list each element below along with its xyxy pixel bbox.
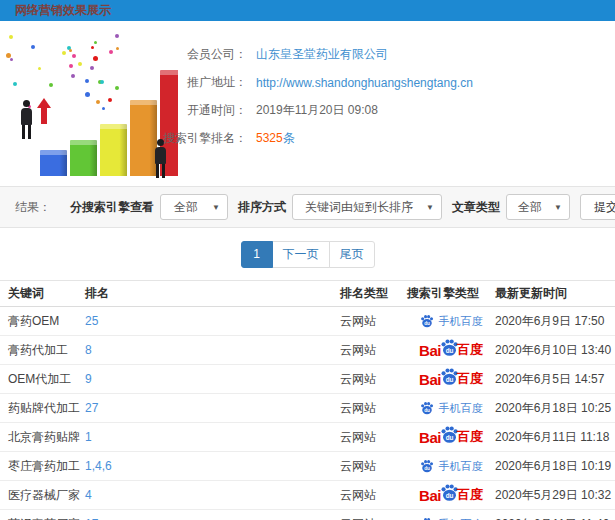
engine-select[interactable]: 全部 ▼ bbox=[160, 194, 228, 220]
table-row: OEM代加工 9 云网站 Bai du 百度 2020年6月5日 14:57 bbox=[0, 365, 615, 394]
baidu-logo-word: 百度 bbox=[457, 341, 483, 359]
table-row: 膏药OEM 25 云网站 du 手机百度 2020年6月9日 17:50 bbox=[0, 307, 615, 336]
updated-cell: 2020年6月10日 13:40 bbox=[495, 342, 615, 359]
column-header: 关键词 bbox=[8, 285, 85, 302]
column-header: 搜索引擎类型 bbox=[407, 285, 495, 302]
rank-cell: 27 bbox=[85, 401, 340, 415]
result-label: 结果： bbox=[15, 199, 51, 216]
svg-text:du: du bbox=[424, 408, 430, 413]
mobile-baidu-label: 手机百度 bbox=[439, 517, 483, 520]
article-type-select[interactable]: 全部 ▼ bbox=[506, 194, 570, 220]
rank-cell: 1,4,6 bbox=[85, 459, 340, 473]
keyword-cell: 北京膏药贴牌 bbox=[8, 429, 85, 446]
keyword-cell: 枣庄膏药加工 bbox=[8, 458, 85, 475]
page-button[interactable]: 下一页 bbox=[272, 241, 330, 268]
info-field-value: 5325条 bbox=[256, 130, 295, 147]
keyword-cell: OEM代加工 bbox=[8, 371, 85, 388]
updated-cell: 2020年6月18日 10:25 bbox=[495, 400, 615, 417]
keyword-cell: 膏药代加工 bbox=[8, 342, 85, 359]
rank-link[interactable]: 1,4,6 bbox=[85, 459, 112, 473]
svg-text:du: du bbox=[424, 466, 430, 471]
table-row: 菏泽膏药厂家 17 云网站 du 手机百度 2020年6月11日 11:40 bbox=[0, 510, 615, 520]
info-field-value: 2019年11月20日 09:08 bbox=[256, 102, 378, 119]
rank-cell: 9 bbox=[85, 372, 340, 386]
updated-cell: 2020年5月29日 10:32 bbox=[495, 487, 615, 504]
svg-text:du: du bbox=[446, 492, 454, 499]
rank-link[interactable]: 9 bbox=[85, 372, 92, 386]
table-row: 药贴牌代加工 27 云网站 du 手机百度 2020年6月18日 10:25 bbox=[0, 394, 615, 423]
info-field: 开通时间： 2019年11月20日 09:08 bbox=[135, 103, 473, 118]
rank-cell: 25 bbox=[85, 314, 340, 328]
baidu-paw-icon: du bbox=[420, 314, 434, 328]
info-field: 搜索引擎排名： 5325条 bbox=[135, 131, 473, 146]
baidu-logo-word: 百度 bbox=[457, 486, 483, 504]
up-arrow-icon bbox=[37, 98, 51, 124]
engine-cell: du 手机百度 bbox=[407, 517, 495, 520]
info-field: 会员公司： 山东皇圣堂药业有限公司 bbox=[135, 47, 473, 62]
rank-link[interactable]: 4 bbox=[85, 488, 92, 502]
rank-link[interactable]: 8 bbox=[85, 343, 92, 357]
table-header-row: 关键词排名排名类型搜索引擎类型最新更新时间 bbox=[0, 280, 615, 307]
businessman-left-figure bbox=[18, 100, 34, 139]
mobile-baidu-logo: du 手机百度 bbox=[420, 459, 483, 474]
svg-text:du: du bbox=[424, 321, 430, 326]
baidu-logo: Bai du 百度 bbox=[419, 341, 483, 359]
filter-bar: 结果： 分搜索引擎查看 全部 ▼ 排序方式 关键词由短到长排序 ▼ 文章类型 全… bbox=[0, 186, 615, 228]
column-header: 排名 bbox=[85, 285, 340, 302]
engine-cell: Bai du 百度 bbox=[407, 370, 495, 388]
ranking-table: 关键词排名排名类型搜索引擎类型最新更新时间 膏药OEM 25 云网站 du 手机… bbox=[0, 280, 615, 520]
engine-cell: Bai du 百度 bbox=[407, 428, 495, 446]
baidu-paw-icon: du bbox=[420, 459, 434, 473]
baidu-logo-word: 百度 bbox=[457, 428, 483, 446]
info-field-label: 搜索引擎排名： bbox=[135, 130, 247, 147]
member-info-panel: 会员公司： 山东皇圣堂药业有限公司 推广地址： http://www.shand… bbox=[135, 47, 473, 159]
engine-cell: du 手机百度 bbox=[407, 459, 495, 474]
pagination-area: 1下一页尾页 bbox=[0, 228, 615, 280]
rank-link[interactable]: 25 bbox=[85, 314, 98, 328]
info-field-value[interactable]: 山东皇圣堂药业有限公司 bbox=[256, 46, 388, 63]
svg-text:du: du bbox=[446, 376, 454, 383]
chevron-down-icon: ▼ bbox=[554, 203, 562, 212]
rank-link[interactable]: 1 bbox=[85, 430, 92, 444]
sort-label: 排序方式 bbox=[238, 199, 286, 216]
baidu-logo: Bai du 百度 bbox=[419, 370, 483, 388]
keyword-cell: 菏泽膏药厂家 bbox=[8, 516, 85, 520]
baidu-logo: Bai du 百度 bbox=[419, 486, 483, 504]
page-title-bar: 网络营销效果展示 bbox=[0, 0, 615, 21]
rank-type-cell: 云网站 bbox=[340, 371, 407, 388]
mobile-baidu-logo: du 手机百度 bbox=[420, 401, 483, 416]
info-field-label: 推广地址： bbox=[135, 74, 247, 91]
mobile-baidu-logo: du 手机百度 bbox=[420, 314, 483, 329]
rank-cell: 4 bbox=[85, 488, 340, 502]
rank-type-cell: 云网站 bbox=[340, 487, 407, 504]
pagination: 1下一页尾页 bbox=[241, 241, 375, 268]
chevron-down-icon: ▼ bbox=[212, 203, 220, 212]
info-field-value[interactable]: http://www.shandonghuangshengtang.cn bbox=[256, 76, 473, 90]
baidu-logo-word: 百度 bbox=[457, 370, 483, 388]
baidu-logo-bai: Bai bbox=[419, 342, 441, 359]
submit-button[interactable]: 提交 bbox=[580, 194, 615, 220]
table-row: 医疗器械厂家 4 云网站 Bai du 百度 2020年5月29日 10:32 bbox=[0, 481, 615, 510]
filter-controls: 分搜索引擎查看 全部 ▼ 排序方式 关键词由短到长排序 ▼ 文章类型 全部 ▼ … bbox=[60, 194, 615, 220]
baidu-logo-bai: Bai bbox=[419, 487, 441, 504]
rank-type-cell: 云网站 bbox=[340, 458, 407, 475]
info-field-label: 开通时间： bbox=[135, 102, 247, 119]
rank-type-cell: 云网站 bbox=[340, 429, 407, 446]
table-body: 膏药OEM 25 云网站 du 手机百度 2020年6月9日 17:50 膏药代… bbox=[0, 307, 615, 520]
page-button[interactable]: 1 bbox=[241, 241, 273, 268]
page-title: 网络营销效果展示 bbox=[15, 3, 111, 17]
mobile-baidu-label: 手机百度 bbox=[439, 401, 483, 416]
rank-link[interactable]: 27 bbox=[85, 401, 98, 415]
keyword-cell: 药贴牌代加工 bbox=[8, 400, 85, 417]
page-button[interactable]: 尾页 bbox=[329, 241, 375, 268]
article-type-label: 文章类型 bbox=[452, 199, 500, 216]
engine-cell: du 手机百度 bbox=[407, 314, 495, 329]
svg-text:du: du bbox=[446, 434, 454, 441]
baidu-paw-icon: du bbox=[420, 401, 434, 415]
svg-text:du: du bbox=[446, 347, 454, 354]
updated-cell: 2020年6月5日 14:57 bbox=[495, 371, 615, 388]
info-field: 推广地址： http://www.shandonghuangshengtang.… bbox=[135, 75, 473, 90]
chevron-down-icon: ▼ bbox=[426, 203, 434, 212]
sort-select[interactable]: 关键词由短到长排序 ▼ bbox=[292, 194, 442, 220]
engine-cell: Bai du 百度 bbox=[407, 341, 495, 359]
